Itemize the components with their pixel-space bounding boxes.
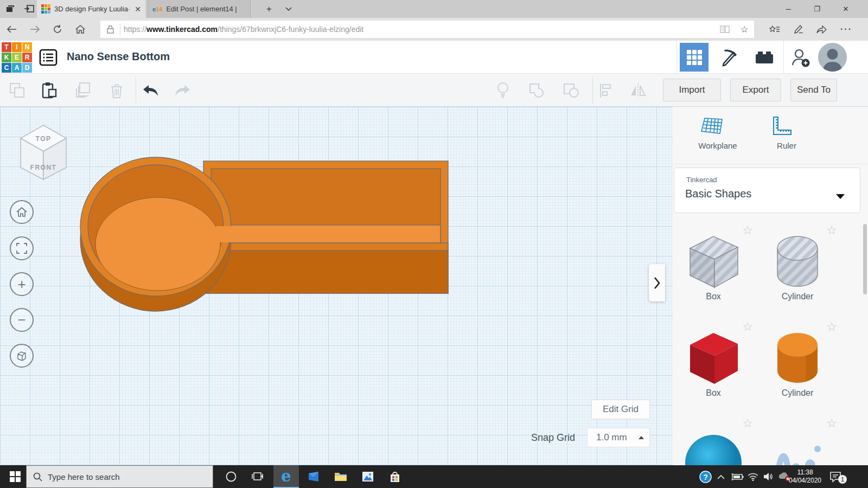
hub-favorites-icon[interactable] <box>764 18 786 41</box>
start-button[interactable] <box>4 465 26 488</box>
shape-tile-sphere[interactable]: ☆ <box>673 421 754 465</box>
new-tab-button[interactable]: + <box>259 0 279 18</box>
shape-tile-box[interactable]: ☆ Box <box>673 324 754 389</box>
favorite-star-icon[interactable]: ☆ <box>742 320 753 334</box>
shape-gallery: ☆ Box ☆ <box>673 222 861 465</box>
tab-title: Edit Post | element14 | <box>166 5 237 13</box>
tinkercad-logo[interactable]: T I N K E R C A D <box>2 42 32 73</box>
fit-view-button[interactable] <box>10 236 34 260</box>
design-menu-icon[interactable] <box>39 49 58 68</box>
copy-icon[interactable] <box>7 80 28 101</box>
settings-more-icon[interactable]: ··· <box>835 18 857 41</box>
tab-title: 3D design Funky Luulia· <box>54 5 130 13</box>
favorite-star-icon[interactable]: ☆ <box>742 223 753 237</box>
file-explorer-icon[interactable] <box>330 465 352 488</box>
microsoft-store-icon[interactable] <box>384 465 406 488</box>
lock-icon <box>100 21 120 38</box>
paste-icon[interactable] <box>39 80 60 101</box>
url-field[interactable]: https://www.tinkercad.com/things/67brkwn… <box>100 21 754 38</box>
mail-icon[interactable] <box>303 465 324 488</box>
browser-tab-active[interactable]: 3D design Funky Luulia· ✕ <box>37 0 145 18</box>
snap-grid-dropdown[interactable]: 1.0 mm <box>587 428 650 447</box>
shape-tile-hole-box[interactable]: ☆ Box <box>673 228 754 293</box>
forward-icon[interactable] <box>24 18 46 41</box>
shape-library-dropdown[interactable]: Tinkercad Basic Shapes <box>674 168 860 213</box>
blocks-3d-view-button[interactable] <box>680 43 709 72</box>
ruler-tool[interactable]: Ruler <box>757 116 806 150</box>
set-tabs-aside-icon[interactable] <box>24 4 35 15</box>
edit-grid-button[interactable]: Edit Grid <box>591 400 650 419</box>
header-divider <box>783 41 784 74</box>
redo-icon[interactable] <box>172 80 194 101</box>
shape-tile-cylinder[interactable]: ☆ Cylinder <box>757 324 838 389</box>
favorite-star-icon[interactable]: ☆ <box>826 320 837 334</box>
reading-view-icon[interactable] <box>715 21 735 38</box>
minecraft-pickaxe-icon[interactable] <box>715 43 744 72</box>
zoom-out-button[interactable]: − <box>10 308 34 332</box>
home-view-button[interactable] <box>10 200 34 224</box>
tray-chevron-up-icon[interactable] <box>714 465 728 488</box>
svg-text:?: ? <box>703 472 708 481</box>
tinkercad-favicon <box>41 4 50 14</box>
perspective-toggle-button[interactable] <box>10 344 34 368</box>
close-button[interactable]: ✕ <box>832 0 859 18</box>
favorite-star-icon[interactable]: ☆ <box>826 416 837 431</box>
maximize-button[interactable]: ❐ <box>803 0 831 18</box>
undo-icon[interactable] <box>139 80 161 101</box>
panel-collapse-button[interactable] <box>649 264 665 301</box>
url-divider <box>120 23 120 35</box>
shape-label: Cylinder <box>757 388 838 398</box>
model-3d-orange-part[interactable] <box>76 152 456 317</box>
favorite-star-icon[interactable]: ☆ <box>826 223 837 237</box>
wifi-icon[interactable] <box>745 465 761 488</box>
chevron-down-icon <box>836 194 845 199</box>
workplane-tool[interactable]: Workplane <box>688 116 737 150</box>
tabs-aside-icon[interactable] <box>5 4 15 15</box>
chevron-up-icon <box>639 436 644 439</box>
export-button[interactable]: Export <box>730 79 781 101</box>
favorite-star-icon[interactable]: ☆ <box>742 416 753 431</box>
align-icon[interactable] <box>595 80 616 101</box>
shape-tile-scribble[interactable]: ☆ <box>757 421 838 465</box>
tab-close-icon[interactable]: ✕ <box>135 5 141 14</box>
tab-preview-chevron[interactable] <box>279 0 298 18</box>
toolbar-divider <box>136 77 136 104</box>
browser-tab-inactive[interactable]: e14 Edit Post | element14 | <box>148 0 251 18</box>
task-view-icon[interactable] <box>247 465 269 488</box>
panel-scrollbar[interactable] <box>863 224 867 294</box>
taskbar-clock[interactable]: 11:38 04/04/2020 <box>788 465 822 488</box>
zoom-in-button[interactable]: + <box>10 272 34 296</box>
add-user-icon[interactable] <box>786 43 814 72</box>
favorite-star-icon[interactable]: ☆ <box>735 21 754 38</box>
library-source-label: Tinkercad <box>686 176 717 184</box>
shape-tile-hole-cylinder[interactable]: ☆ Cylinder <box>757 228 838 293</box>
import-button[interactable]: Import <box>663 79 721 101</box>
cortana-icon[interactable] <box>220 465 242 488</box>
view-cube[interactable]: TOP FRONT <box>16 122 71 185</box>
show-all-icon[interactable] <box>492 80 514 101</box>
taskbar-search-input[interactable]: Type here to search <box>26 465 213 488</box>
home-icon[interactable] <box>69 18 91 41</box>
share-icon[interactable] <box>810 18 832 41</box>
web-note-pen-icon[interactable] <box>788 18 809 41</box>
get-help-icon[interactable]: ? <box>697 465 714 488</box>
group-icon[interactable] <box>526 80 548 101</box>
refresh-icon[interactable] <box>47 18 68 41</box>
edge-taskbar-active[interactable]: e <box>273 465 299 488</box>
clock-time: 11:38 <box>788 468 822 477</box>
volume-icon[interactable] <box>761 465 776 488</box>
lego-brick-icon[interactable] <box>750 43 778 72</box>
ruler-label: Ruler <box>757 141 816 150</box>
delete-icon[interactable] <box>106 80 127 101</box>
back-icon[interactable] <box>1 18 23 41</box>
duplicate-icon[interactable] <box>72 80 94 101</box>
tab-bar: 3D design Funky Luulia· ✕ e14 Edit Post … <box>0 0 868 18</box>
ungroup-icon[interactable] <box>560 80 582 101</box>
send-to-button[interactable]: Send To <box>790 79 837 101</box>
photos-icon[interactable] <box>357 465 379 488</box>
battery-icon[interactable] <box>729 465 745 488</box>
minimize-button[interactable]: ─ <box>775 0 802 18</box>
design-title: Nano Sense Bottom <box>67 50 170 63</box>
avatar[interactable] <box>818 43 847 72</box>
mirror-icon[interactable] <box>627 80 649 101</box>
